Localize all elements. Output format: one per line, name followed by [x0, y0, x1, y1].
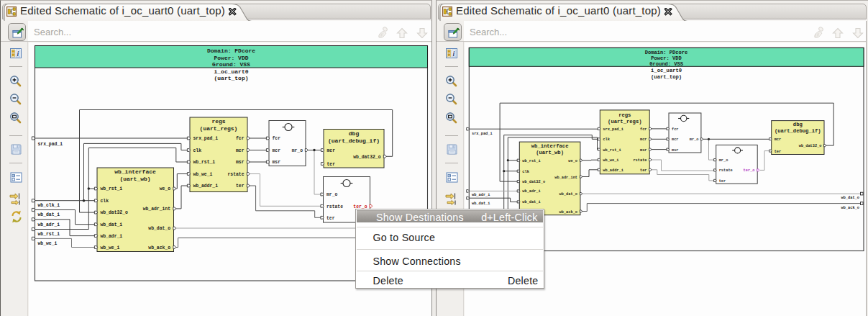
svg-text:i: i: [453, 50, 455, 58]
svg-text:i: i: [17, 50, 19, 58]
